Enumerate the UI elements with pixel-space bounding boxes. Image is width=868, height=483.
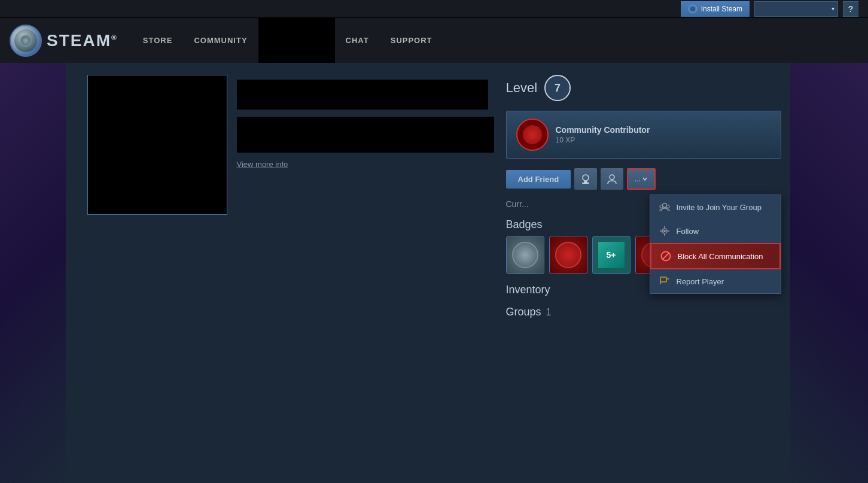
badge-icon-button[interactable] [574,168,597,190]
inventory-label: Inventory [506,284,550,296]
badge-icon-inner [523,125,542,144]
badge-info: Community Contributor 10 XP [556,125,771,144]
report-label: Report Player [677,277,724,286]
more-options-button[interactable]: ... [627,168,656,190]
profile-icon-button[interactable] [601,168,623,190]
invite-group-item[interactable]: Invite to Join Your Group [650,195,781,219]
profile-name-redacted [237,80,488,110]
badge-thumb-2[interactable] [549,236,587,274]
badge-icon [516,119,549,151]
view-more-info-link[interactable]: View more info [237,160,494,169]
steam-small-icon [688,4,698,14]
help-label: ? [848,4,854,14]
badge-card: Community Contributor 10 XP [506,111,781,159]
svg-line-16 [662,253,669,260]
dropdown-menu: Invite to Join Your Group [650,195,781,294]
profile-container: View more info Level 7 Community Contrib… [69,63,799,335]
svg-point-8 [666,205,669,208]
nav-support[interactable]: SUPPORT [380,18,443,63]
level-section: Level 7 [506,75,781,101]
chevron-down-icon [642,176,648,182]
level-value: 7 [555,82,561,95]
invite-group-label: Invite to Join Your Group [677,203,762,212]
block-icon [660,250,672,262]
report-icon [659,275,671,287]
email-dropdown-wrapper [754,1,838,17]
follow-item[interactable]: Follow [650,219,781,243]
main-content: View more info Level 7 Community Contrib… [0,63,868,483]
nav-bar: STEAM® STORE COMMUNITY CHAT SUPPORT [0,18,868,63]
nav-username[interactable] [258,18,335,63]
profile-avatar [87,75,227,215]
install-steam-label: Install Steam [701,5,742,13]
badge-small-icon [580,173,592,185]
email-dropdown[interactable] [754,1,838,17]
person-icon [606,173,618,185]
profile-left: View more info [87,75,494,323]
badges-label: Badges [506,218,543,231]
svg-point-2 [583,175,589,181]
badge-thumb-3[interactable]: 5+ [592,236,631,274]
group-icon [659,201,671,213]
install-steam-button[interactable]: Install Steam [681,1,750,17]
nav-community[interactable]: COMMUNITY [183,18,258,63]
steam-logo-circle-icon [10,25,42,57]
badge-name: Community Contributor [556,125,771,135]
svg-point-5 [610,175,614,180]
block-label: Block All Communication [678,252,763,261]
badge-thumb-teal-text: 5+ [598,242,625,268]
profile-right: Level 7 Community Contributor 10 XP Add … [506,75,781,323]
report-player-item[interactable]: Report Player [650,269,781,293]
help-button[interactable]: ? [843,1,858,17]
follow-label: Follow [677,227,699,236]
groups-label: Groups [506,306,541,318]
svg-rect-4 [582,183,589,184]
action-row: Add Friend ... [506,168,781,190]
block-communication-item[interactable]: Block All Communication [650,243,781,269]
nav-store[interactable]: STORE [132,18,184,63]
level-label: Level [506,80,538,96]
nav-chat[interactable]: CHAT [335,18,380,63]
steam-logo-inner [14,29,37,52]
svg-point-10 [663,230,666,232]
username-redacted [273,35,321,46]
steam-text: STEAM® [47,31,118,50]
svg-rect-17 [660,277,666,282]
badge-thumb-1[interactable] [506,236,544,274]
top-bar-right: Install Steam ? [681,1,858,17]
nav-links: STORE COMMUNITY CHAT SUPPORT [132,18,443,63]
top-bar: Install Steam ? [0,0,868,18]
badge-xp: 10 XP [556,136,771,144]
add-friend-button[interactable]: Add Friend [506,170,571,189]
more-dots-label: ... [635,175,641,183]
steam-logo: STEAM® [10,25,118,57]
follow-icon [659,225,671,237]
svg-point-1 [690,7,695,11]
level-badge: 7 [544,75,571,101]
profile-status-redacted [237,117,494,153]
groups-count: 1 [546,307,552,318]
groups-section: Groups 1 [506,306,781,318]
svg-point-7 [660,205,663,208]
groups-header: Groups 1 [506,306,781,318]
